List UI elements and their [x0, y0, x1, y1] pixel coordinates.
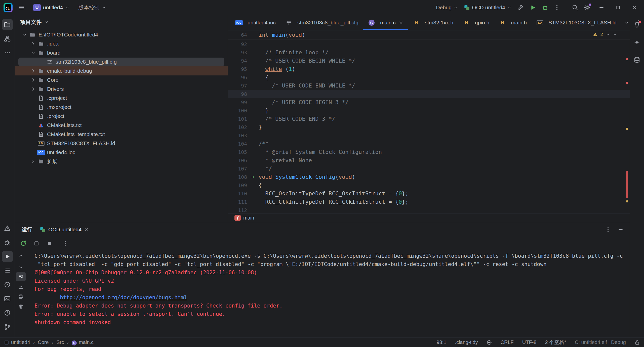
- code-line[interactable]: 102 }: [228, 123, 630, 131]
- editor-tab[interactable]: stm32f103c8_blue_pill.cfg: [280, 15, 363, 30]
- line-ending-widget[interactable]: CRLF: [501, 339, 514, 345]
- indent-widget[interactable]: 2 个空格*: [545, 339, 566, 346]
- lock-open-icon[interactable]: [634, 340, 640, 345]
- code-line[interactable]: 97 /* USER CODE END WHILE */: [228, 81, 630, 90]
- tree-item[interactable]: CMakeLists.txt: [15, 121, 228, 130]
- clear-console-button[interactable]: [16, 302, 26, 312]
- tree-item[interactable]: .idea: [15, 39, 228, 48]
- run-configuration-selector[interactable]: OCD untitled4: [461, 3, 514, 12]
- git-tool-button[interactable]: [2, 321, 13, 332]
- print-button[interactable]: [16, 292, 26, 301]
- more-tool-button[interactable]: [2, 47, 13, 58]
- error-stripe-mark[interactable]: [626, 82, 628, 84]
- chevron-down-icon[interactable]: [29, 50, 37, 55]
- scroll-up-button[interactable]: [16, 252, 26, 261]
- tree-item[interactable]: LD STM32F103C8TX_FLASH.ld: [15, 139, 228, 148]
- editor-tab[interactable]: H stm32f1xx.h: [408, 15, 458, 30]
- soft-wrap-button[interactable]: [16, 272, 26, 281]
- code-line[interactable]: 108 void SystemClock_Config(void): [228, 173, 630, 181]
- vcs-widget[interactable]: 版本控制: [76, 3, 109, 13]
- profile-selector[interactable]: Debug: [433, 3, 460, 12]
- rerun-button[interactable]: [18, 238, 29, 249]
- highlight-level-icon[interactable]: [487, 340, 492, 345]
- structure-tool-button[interactable]: [2, 33, 13, 44]
- code-area[interactable]: 92 93 /* Infinite loop */ 94 /* USER COD…: [228, 39, 630, 213]
- main-menu-button[interactable]: [16, 2, 27, 13]
- code-line[interactable]: 100 }: [228, 106, 630, 115]
- tree-item[interactable]: stm32f103c8_blue_pill.cfg: [15, 57, 228, 66]
- chevron-right-icon[interactable]: [29, 86, 37, 92]
- error-stripe-mark[interactable]: [626, 200, 628, 202]
- scroll-down-button[interactable]: [16, 262, 26, 271]
- editor[interactable]: 2 64 int main(void) 92 93 /* Infi: [228, 30, 630, 222]
- inspections-widget[interactable]: 2: [593, 32, 617, 37]
- breadcrumb-item[interactable]: Src: [56, 339, 64, 345]
- scroll-to-end-button[interactable]: [16, 282, 26, 291]
- code-line[interactable]: 109 {: [228, 181, 630, 189]
- minimize-button[interactable]: [594, 0, 609, 15]
- code-line[interactable]: 98: [228, 90, 630, 98]
- code-line[interactable]: 104 /**: [228, 140, 630, 148]
- breadcrumb-function[interactable]: main: [243, 215, 254, 221]
- stop-button[interactable]: [31, 238, 42, 249]
- scrollbar-error-stripe[interactable]: [626, 30, 629, 213]
- code-line[interactable]: 103: [228, 131, 630, 140]
- hide-panel-button[interactable]: [615, 224, 626, 235]
- run-tool-button[interactable]: [2, 251, 13, 262]
- terminal-tool-button[interactable]: [2, 293, 13, 304]
- chevron-up-icon[interactable]: [606, 32, 610, 37]
- tree-item[interactable]: .project: [15, 112, 228, 121]
- todo-tool-button[interactable]: [2, 265, 13, 276]
- active-run-config[interactable]: C: untitled4.elf | Debug: [575, 339, 626, 345]
- tree-item[interactable]: board: [15, 48, 228, 57]
- tree-item[interactable]: Core: [15, 75, 228, 84]
- error-stripe-mark[interactable]: [626, 171, 628, 198]
- editor-tab[interactable]: H gpio.h: [458, 15, 494, 30]
- console-output[interactable]: C:\Users\wrwrw\.eide\tools\openocd_7a1ad…: [27, 250, 630, 337]
- tree-item[interactable]: cmake-build-debug: [15, 66, 228, 75]
- console-more-button[interactable]: [60, 238, 71, 249]
- editor-tab[interactable]: IOC untitled4.ioc: [230, 15, 280, 30]
- code-line[interactable]: 92: [228, 40, 630, 48]
- clang-tidy-widget[interactable]: .clang-tidy: [455, 339, 478, 345]
- debug-tool-button[interactable]: [2, 237, 13, 248]
- project-widget[interactable]: U untitled4: [31, 2, 72, 13]
- code-line[interactable]: 110 RCC_OscInitTypeDef RCC_OscInitStruct…: [228, 189, 630, 198]
- run-button[interactable]: [527, 2, 538, 13]
- database-tool-button[interactable]: [631, 54, 642, 65]
- ai-tool-button[interactable]: [631, 37, 642, 48]
- chevron-right-icon[interactable]: [29, 41, 37, 46]
- settings-button[interactable]: [582, 2, 593, 13]
- code-line[interactable]: 95 while (1): [228, 65, 630, 73]
- problems-tool-button[interactable]: [2, 223, 13, 234]
- chevron-down-icon[interactable]: [21, 32, 28, 37]
- tree-item[interactable]: IOC untitled4.ioc: [15, 148, 228, 157]
- code-line[interactable]: 111 RCC_ClkInitTypeDef RCC_ClkInitStruct…: [228, 198, 630, 206]
- caret-position[interactable]: 98:1: [436, 339, 446, 345]
- console-link[interactable]: http://openocd.org/doc/doxygen/bugs.html: [60, 294, 187, 300]
- code-line[interactable]: 94 /* USER CODE BEGIN WHILE */: [228, 57, 630, 65]
- more-actions-button[interactable]: [551, 2, 562, 13]
- breadcrumb-item[interactable]: Core: [38, 339, 49, 345]
- tree-item[interactable]: CMakeLists_template.txt: [15, 130, 228, 139]
- code-line[interactable]: 106 * @retval None: [228, 156, 630, 164]
- debug-button[interactable]: [539, 2, 550, 13]
- code-line[interactable]: 93 /* Infinite loop */: [228, 48, 630, 57]
- tree-item[interactable]: Drivers: [15, 84, 228, 94]
- encoding-widget[interactable]: UTF-8: [522, 339, 537, 345]
- editor-tab[interactable]: H main.h: [494, 15, 531, 30]
- run-panel-options-button[interactable]: [602, 224, 614, 235]
- project-panel-header[interactable]: 项目文件: [15, 15, 228, 29]
- chevron-right-icon[interactable]: [29, 77, 37, 82]
- project-tool-button[interactable]: [2, 19, 13, 30]
- sticky-code-line[interactable]: 64 int main(void): [228, 30, 630, 39]
- gutter-related-symbol-icon[interactable]: [247, 175, 259, 180]
- close-button[interactable]: [627, 0, 642, 15]
- error-stripe-mark[interactable]: [626, 58, 628, 60]
- code-line[interactable]: 105 * @brief System Clock Configuration: [228, 148, 630, 156]
- inspections-tool-button[interactable]: [2, 307, 13, 318]
- chevron-down-icon[interactable]: [613, 32, 617, 37]
- code-line[interactable]: 112: [228, 206, 630, 213]
- breadcrumb-item[interactable]: untitled4: [4, 339, 30, 345]
- maximize-button[interactable]: [610, 0, 626, 15]
